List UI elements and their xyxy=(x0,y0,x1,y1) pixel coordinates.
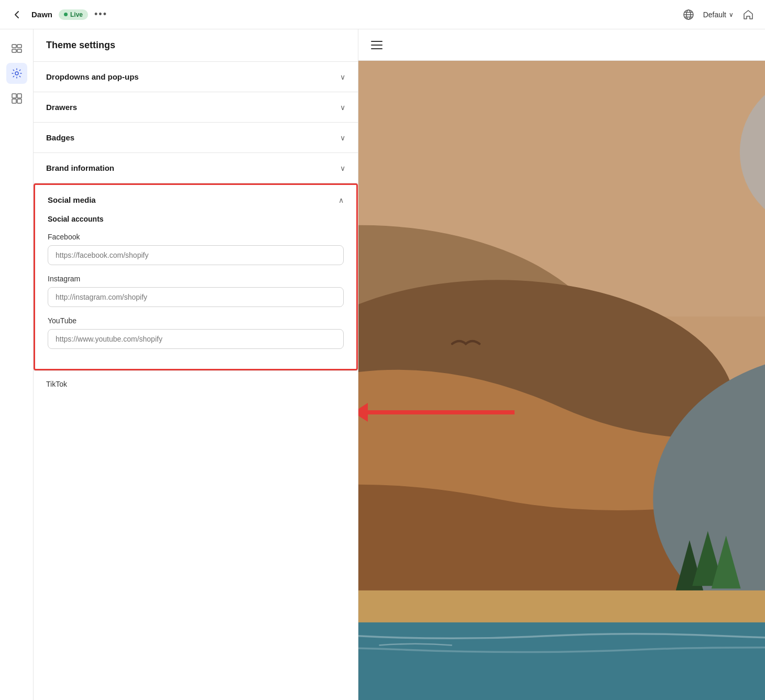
preview-topbar xyxy=(358,29,765,61)
preview-container xyxy=(358,29,765,700)
accordion-brand-label: Brand information xyxy=(46,163,114,172)
arrow-head xyxy=(358,403,368,422)
tiktok-label: TikTok xyxy=(46,380,67,388)
youtube-field: YouTube xyxy=(48,316,344,349)
tiktok-section: TikTok xyxy=(34,370,358,397)
sidebar-item-swap[interactable] xyxy=(6,38,27,59)
hamburger-menu-icon[interactable] xyxy=(371,41,382,49)
accordion-brand-header[interactable]: Brand information ∨ xyxy=(34,153,358,183)
svg-rect-6 xyxy=(17,45,21,48)
panel-title: Theme settings xyxy=(46,40,115,50)
accordion-social-media: Social media ∧ Social accounts Facebook … xyxy=(34,183,358,370)
accordion-dropdowns: Dropdowns and pop-ups ∨ xyxy=(34,62,358,92)
topbar-left: Dawn Live ••• xyxy=(8,6,107,23)
svg-rect-5 xyxy=(12,45,16,48)
svg-rect-13 xyxy=(17,99,21,103)
hamburger-line-2 xyxy=(371,45,382,46)
svg-rect-20 xyxy=(358,590,765,627)
live-badge: Live xyxy=(59,9,88,20)
accordion-badges-header[interactable]: Badges ∨ xyxy=(34,123,358,152)
social-media-label: Social media xyxy=(48,195,96,204)
accordion-drawers-label: Drawers xyxy=(46,103,77,112)
svg-rect-10 xyxy=(12,94,16,98)
accordion-badges-label: Badges xyxy=(46,133,74,142)
default-label: Default xyxy=(703,10,726,19)
accordion-drawers-header[interactable]: Drawers ∨ xyxy=(34,92,358,122)
default-dropdown[interactable]: Default ∨ xyxy=(703,10,734,19)
app-name: Dawn xyxy=(31,10,52,19)
svg-rect-12 xyxy=(12,99,16,103)
right-panel xyxy=(358,29,765,700)
instagram-label: Instagram xyxy=(48,275,344,283)
svg-rect-11 xyxy=(17,94,21,98)
main-layout: Theme settings Dropdowns and pop-ups ∨ D… xyxy=(0,29,765,700)
live-label: Live xyxy=(70,11,83,18)
facebook-field: Facebook xyxy=(48,233,344,265)
home-icon[interactable] xyxy=(740,6,757,23)
accordion-dropdowns-header[interactable]: Dropdowns and pop-ups ∨ xyxy=(34,62,358,92)
sidebar-item-settings[interactable] xyxy=(6,63,27,84)
topbar: Dawn Live ••• Default ∨ xyxy=(0,0,765,29)
chevron-up-icon: ∧ xyxy=(338,196,344,204)
youtube-label: YouTube xyxy=(48,316,344,325)
icon-sidebar xyxy=(0,29,34,700)
accordion-brand: Brand information ∨ xyxy=(34,153,358,183)
social-media-header[interactable]: Social media ∧ xyxy=(35,185,356,215)
hamburger-line-3 xyxy=(371,48,382,49)
sidebar-item-sections[interactable] xyxy=(6,88,27,109)
topbar-right: Default ∨ xyxy=(680,6,757,23)
chevron-down-icon: ∨ xyxy=(340,73,345,81)
more-button[interactable]: ••• xyxy=(94,9,107,20)
social-accounts-title: Social accounts xyxy=(48,215,344,223)
facebook-input[interactable] xyxy=(48,245,344,265)
facebook-label: Facebook xyxy=(48,233,344,241)
arrow-line xyxy=(368,410,515,414)
accordion-drawers: Drawers ∨ xyxy=(34,92,358,123)
preview-image xyxy=(358,61,765,700)
chevron-down-icon: ∨ xyxy=(340,164,345,172)
svg-rect-7 xyxy=(12,49,16,52)
instagram-input[interactable] xyxy=(48,287,344,307)
globe-icon[interactable] xyxy=(680,6,697,23)
accordion-dropdowns-label: Dropdowns and pop-ups xyxy=(46,72,139,81)
live-dot xyxy=(64,13,68,16)
svg-point-9 xyxy=(15,72,18,75)
instagram-field: Instagram xyxy=(48,275,344,307)
chevron-down-icon: ∨ xyxy=(340,103,345,112)
chevron-down-icon: ∨ xyxy=(340,134,345,142)
panel-header: Theme settings xyxy=(34,29,358,62)
hamburger-line-1 xyxy=(371,41,382,42)
svg-rect-8 xyxy=(17,49,21,52)
accordion-badges: Badges ∨ xyxy=(34,123,358,153)
red-arrow xyxy=(358,403,515,422)
chevron-down-icon: ∨ xyxy=(729,11,734,18)
youtube-input[interactable] xyxy=(48,329,344,349)
back-button[interactable] xyxy=(8,6,25,23)
social-media-content: Social accounts Facebook Instagram YouTu… xyxy=(35,215,356,369)
svg-rect-21 xyxy=(358,622,765,700)
left-panel: Theme settings Dropdowns and pop-ups ∨ D… xyxy=(34,29,358,700)
